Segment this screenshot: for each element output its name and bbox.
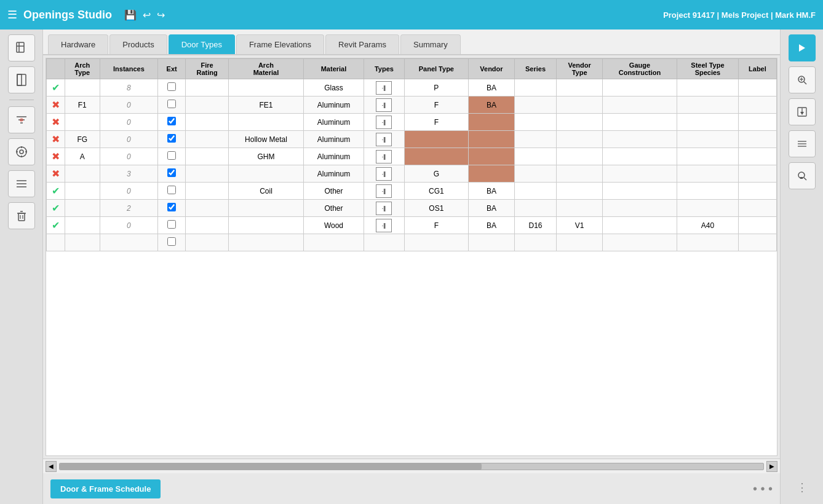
cell-fire-rating[interactable] (186, 200, 229, 217)
cell-vendor[interactable] (469, 148, 515, 165)
scroll-thumb[interactable] (60, 463, 482, 470)
cell-vendor-type[interactable] (557, 183, 603, 200)
cell-gauge-construction[interactable] (602, 131, 677, 148)
cell-arch-type[interactable] (65, 217, 100, 234)
sidebar-right-search[interactable] (789, 162, 816, 189)
cell-arch-type[interactable] (65, 200, 100, 217)
cell-vendor[interactable]: BA (469, 200, 515, 217)
cell-arch-material[interactable] (229, 165, 303, 183)
table-row[interactable]: ✔2Other·‖OS1BA (47, 200, 777, 217)
table-row[interactable]: ✖0Aluminum·‖F (47, 114, 777, 131)
cell-gauge-construction[interactable] (602, 200, 677, 217)
cell-vendor[interactable]: BA (469, 183, 515, 200)
cell-types[interactable]: ·‖ (364, 79, 404, 96)
cell-series[interactable] (514, 131, 556, 148)
cell-steel-type-species[interactable] (677, 200, 738, 217)
cell-steel-type-species[interactable] (677, 114, 738, 131)
cell-label[interactable] (738, 131, 776, 148)
table-row[interactable]: ✖A0GHMAluminum·‖ (47, 148, 777, 165)
cell-label[interactable] (738, 114, 776, 131)
cell-panel-type[interactable] (404, 148, 468, 165)
cell-steel-type-species[interactable] (677, 96, 738, 114)
cell-series[interactable] (514, 96, 556, 114)
cell-fire-rating[interactable] (186, 148, 229, 165)
cell-vendor-type[interactable] (557, 234, 603, 251)
sidebar-btn-delete[interactable] (8, 202, 35, 229)
cell-material[interactable]: Aluminum (303, 165, 364, 183)
table-row[interactable]: ✔0Wood·‖FBAD16V1A40 (47, 217, 777, 234)
cell-series[interactable] (514, 183, 556, 200)
cell-panel-type[interactable]: F (404, 114, 468, 131)
scroll-track[interactable] (59, 463, 764, 470)
cell-types[interactable]: ·‖ (364, 183, 404, 200)
cell-label[interactable] (738, 96, 776, 114)
cell-panel-type[interactable]: G (404, 165, 468, 183)
cell-series[interactable] (514, 114, 556, 131)
cell-arch-type[interactable] (65, 165, 100, 183)
cell-arch-material[interactable] (229, 200, 303, 217)
cell-panel-type[interactable]: F (404, 96, 468, 114)
cell-ext[interactable] (158, 183, 186, 200)
cell-label[interactable] (738, 165, 776, 183)
sidebar-btn-door[interactable] (8, 66, 35, 93)
tab-hardware[interactable]: Hardware (48, 34, 108, 54)
cell-gauge-construction[interactable] (602, 234, 677, 251)
cell-ext[interactable] (158, 79, 186, 96)
save-icon[interactable]: 💾 (124, 9, 137, 21)
cell-steel-type-species[interactable] (677, 131, 738, 148)
cell-fire-rating[interactable] (186, 114, 229, 131)
tab-products[interactable]: Products (109, 34, 167, 54)
cell-vendor-type[interactable] (557, 165, 603, 183)
scroll-right-btn[interactable]: ▶ (766, 461, 777, 472)
cell-vendor[interactable] (469, 165, 515, 183)
cell-gauge-construction[interactable] (602, 114, 677, 131)
undo-icon[interactable]: ↩ (143, 9, 151, 21)
tab-revit-params[interactable]: Revit Params (325, 34, 399, 54)
cell-arch-material[interactable]: FE1 (229, 96, 303, 114)
cell-series[interactable] (514, 148, 556, 165)
cell-ext[interactable] (158, 96, 186, 114)
cell-material[interactable] (303, 234, 364, 251)
tab-door-types[interactable]: Door Types (169, 34, 235, 54)
cell-label[interactable] (738, 148, 776, 165)
cell-label[interactable] (738, 79, 776, 96)
cell-vendor-type[interactable]: V1 (557, 217, 603, 234)
cell-material[interactable]: Aluminum (303, 131, 364, 148)
cell-steel-type-species[interactable]: A40 (677, 217, 738, 234)
cell-panel-type[interactable] (404, 234, 468, 251)
sidebar-right-import[interactable] (789, 98, 816, 125)
cell-steel-type-species[interactable] (677, 148, 738, 165)
cell-arch-type[interactable] (65, 114, 100, 131)
cell-fire-rating[interactable] (186, 234, 229, 251)
cell-fire-rating[interactable] (186, 183, 229, 200)
cell-panel-type[interactable]: P (404, 79, 468, 96)
cell-series[interactable] (514, 79, 556, 96)
cell-arch-type[interactable]: A (65, 148, 100, 165)
cell-fire-rating[interactable] (186, 217, 229, 234)
cell-gauge-construction[interactable] (602, 79, 677, 96)
cell-material[interactable]: Wood (303, 217, 364, 234)
cell-vendor[interactable] (469, 131, 515, 148)
cell-panel-type[interactable] (404, 131, 468, 148)
cell-arch-type[interactable]: F1 (65, 96, 100, 114)
table-row[interactable]: ✖F10FE1Aluminum·‖FBA (47, 96, 777, 114)
cell-material[interactable]: Aluminum (303, 96, 364, 114)
cell-arch-type[interactable]: FG (65, 131, 100, 148)
cell-types[interactable] (364, 234, 404, 251)
right-sidebar-more[interactable]: ⋮ (797, 481, 808, 499)
sidebar-btn-document[interactable] (8, 34, 35, 61)
cell-ext[interactable] (158, 217, 186, 234)
redo-icon[interactable]: ↪ (157, 9, 165, 21)
cell-series[interactable]: D16 (514, 217, 556, 234)
cell-material[interactable]: Other (303, 183, 364, 200)
cell-series[interactable] (514, 200, 556, 217)
cell-vendor[interactable]: BA (469, 217, 515, 234)
sidebar-btn-filter[interactable] (8, 106, 35, 133)
cell-steel-type-species[interactable] (677, 234, 738, 251)
cell-steel-type-species[interactable] (677, 183, 738, 200)
cell-arch-type[interactable] (65, 183, 100, 200)
cell-gauge-construction[interactable] (602, 165, 677, 183)
cell-vendor[interactable] (469, 114, 515, 131)
cell-types[interactable]: ·‖ (364, 131, 404, 148)
tab-frame-elevations[interactable]: Frame Elevations (236, 34, 324, 54)
